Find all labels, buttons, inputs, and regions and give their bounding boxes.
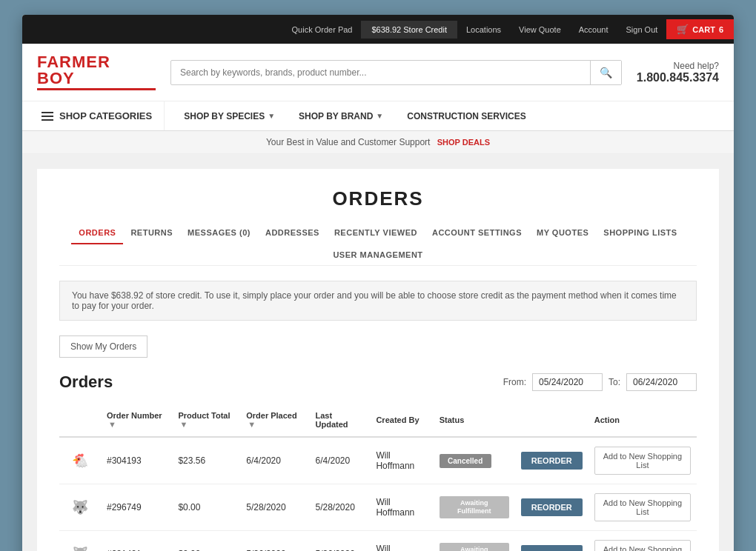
add-shopping-list-button[interactable]: Add to New Shopping List — [594, 540, 691, 551]
logo-underline — [37, 88, 156, 90]
col-order-placed[interactable]: Order Placed ▼ — [240, 404, 309, 437]
phone-number[interactable]: 1.800.845.3374 — [637, 71, 719, 84]
orders-header: Orders From: To: — [59, 373, 697, 392]
created-by-cell: Will Hoffmann — [370, 437, 433, 484]
hamburger-icon — [42, 112, 53, 121]
table-header-row: Order Number ▼ Product Total ▼ Order Pla… — [59, 404, 697, 437]
logo-boy: BOY — [37, 70, 75, 87]
action-cell: Add to New Shopping List — [588, 531, 697, 552]
reorder-cell[interactable]: REORDER — [515, 484, 588, 531]
date-filter: From: To: — [503, 373, 697, 391]
tab-addresses[interactable]: ADDRESSES — [258, 222, 327, 244]
add-shopping-list-button[interactable]: Add to New Shopping List — [594, 493, 691, 521]
row-icon: 🐺 — [59, 531, 101, 552]
action-cell: Add to New Shopping List — [588, 484, 697, 531]
nav-items: SHOP BY SPECIES ▼ SHOP BY BRAND ▼ CONSTR… — [165, 102, 545, 130]
cart-icon: 🛒 — [677, 24, 689, 35]
promo-bar: Your Best in Value and Customer Support … — [22, 131, 734, 154]
order-number-cell: #296749 — [101, 484, 172, 531]
nav-construction-services[interactable]: CONSTRUCTION SERVICES — [395, 102, 537, 130]
order-thumbnail: 🐺 — [65, 496, 95, 518]
tab-returns[interactable]: RETURNS — [123, 222, 180, 244]
action-cell: Add to New Shopping List — [588, 437, 697, 484]
view-quote-link[interactable]: View Quote — [510, 21, 570, 39]
col-icon — [59, 404, 101, 437]
tab-user-management[interactable]: USER MANAGEMENT — [325, 244, 430, 265]
nav-shop-by-species-label: SHOP BY SPECIES — [184, 111, 265, 121]
product-total-cell: $0.00 — [172, 484, 240, 531]
status-badge: Awaiting Fulfillment — [440, 496, 509, 518]
status-badge: Awaiting Fulfillment — [440, 543, 509, 551]
header: FARMER BOY 🔍 Need help? 1.800.845.3374 — [22, 44, 734, 101]
logo-area: FARMER BOY — [37, 54, 156, 90]
show-my-orders-button[interactable]: Show My Orders — [59, 335, 147, 358]
nav-shop-by-brand[interactable]: SHOP BY BRAND ▼ — [287, 102, 395, 130]
logo[interactable]: FARMER BOY — [37, 54, 156, 90]
col-order-number[interactable]: Order Number ▼ — [101, 404, 172, 437]
search-button[interactable]: 🔍 — [590, 61, 621, 84]
add-shopping-list-button[interactable]: Add to New Shopping List — [594, 447, 691, 475]
main-content: ORDERS ORDERS RETURNS MESSAGES (0) ADDRE… — [22, 154, 734, 551]
last-updated-cell: 6/4/2020 — [310, 437, 371, 484]
created-by-cell: Will Hoffmann — [370, 484, 433, 531]
shop-categories-label: SHOP CATEGORIES — [59, 110, 152, 121]
nav-shop-by-brand-label: SHOP BY BRAND — [299, 111, 373, 121]
tab-account-settings[interactable]: ACCOUNT SETTINGS — [425, 222, 529, 244]
to-label: To: — [609, 377, 620, 387]
product-total-cell: $23.56 — [172, 437, 240, 484]
main-nav: SHOP CATEGORIES SHOP BY SPECIES ▼ SHOP B… — [22, 101, 734, 131]
locations-link[interactable]: Locations — [457, 21, 510, 39]
tab-orders[interactable]: ORDERS — [71, 222, 123, 244]
quick-order-link[interactable]: Quick Order Pad — [283, 21, 362, 39]
reorder-cell[interactable]: REORDER — [515, 531, 588, 552]
table-row: 🐺 #281401 $0.00 5/26/2020 5/26/2020 Will… — [59, 531, 697, 552]
reorder-button[interactable]: REORDER — [521, 498, 583, 516]
order-thumbnail: 🐺 — [65, 543, 95, 551]
order-thumbnail: 🐔 — [65, 450, 95, 472]
tab-shopping-lists[interactable]: SHOPPING LISTS — [596, 222, 684, 244]
status-cell: Cancelled — [434, 437, 515, 484]
store-credit-notice: You have $638.92 of store credit. To use… — [59, 281, 697, 321]
order-placed-cell: 5/26/2020 — [240, 531, 309, 552]
from-label: From: — [503, 377, 526, 387]
chevron-down-icon: ▼ — [376, 112, 383, 120]
row-icon: 🐺 — [59, 484, 101, 531]
tab-messages[interactable]: MESSAGES (0) — [180, 222, 258, 244]
reorder-cell[interactable]: REORDER — [515, 437, 588, 484]
shop-categories-menu[interactable]: SHOP CATEGORIES — [30, 101, 165, 130]
col-reorder — [515, 404, 588, 437]
shop-deals-link[interactable]: SHOP DEALS — [437, 138, 490, 147]
search-input[interactable] — [171, 61, 590, 84]
content-card: ORDERS ORDERS RETURNS MESSAGES (0) ADDRE… — [37, 169, 719, 551]
tab-my-quotes[interactable]: MY QUOTES — [529, 222, 596, 244]
status-badge: Cancelled — [440, 454, 491, 468]
table-row: 🐺 #296749 $0.00 5/28/2020 5/28/2020 Will… — [59, 484, 697, 531]
col-action: Action — [588, 404, 697, 437]
col-status: Status — [434, 404, 515, 437]
col-product-total[interactable]: Product Total ▼ — [172, 404, 240, 437]
cart-label: CART — [692, 25, 715, 34]
to-date-input[interactable] — [626, 373, 697, 391]
last-updated-cell: 5/28/2020 — [310, 484, 371, 531]
created-by-cell: Will Hoffmann — [370, 531, 433, 552]
help-area: Need help? 1.800.845.3374 — [637, 61, 719, 84]
browser-window: Quick Order Pad $638.92 Store Credit Loc… — [22, 15, 734, 551]
account-tabs: ORDERS RETURNS MESSAGES (0) ADDRESSES RE… — [59, 222, 697, 266]
col-created-by: Created By — [370, 404, 433, 437]
orders-section-title: Orders — [59, 373, 113, 392]
product-total-cell: $0.00 — [172, 531, 240, 552]
chevron-down-icon: ▼ — [268, 112, 275, 120]
reorder-button[interactable]: REORDER — [521, 452, 583, 470]
sign-out-link[interactable]: Sign Out — [617, 21, 667, 39]
reorder-button[interactable]: REORDER — [521, 545, 583, 551]
nav-shop-by-species[interactable]: SHOP BY SPECIES ▼ — [172, 102, 287, 130]
cart-button[interactable]: 🛒 CART 6 — [666, 19, 734, 39]
order-number-cell: #281401 — [101, 531, 172, 552]
from-date-input[interactable] — [532, 373, 603, 391]
account-link[interactable]: Account — [570, 21, 617, 39]
row-icon: 🐔 — [59, 437, 101, 484]
page-title: ORDERS — [59, 187, 697, 210]
nav-construction-label: CONSTRUCTION SERVICES — [407, 111, 525, 121]
tab-recently-viewed[interactable]: RECENTLY VIEWED — [327, 222, 425, 244]
sort-arrow-icon: ▼ — [248, 420, 256, 429]
